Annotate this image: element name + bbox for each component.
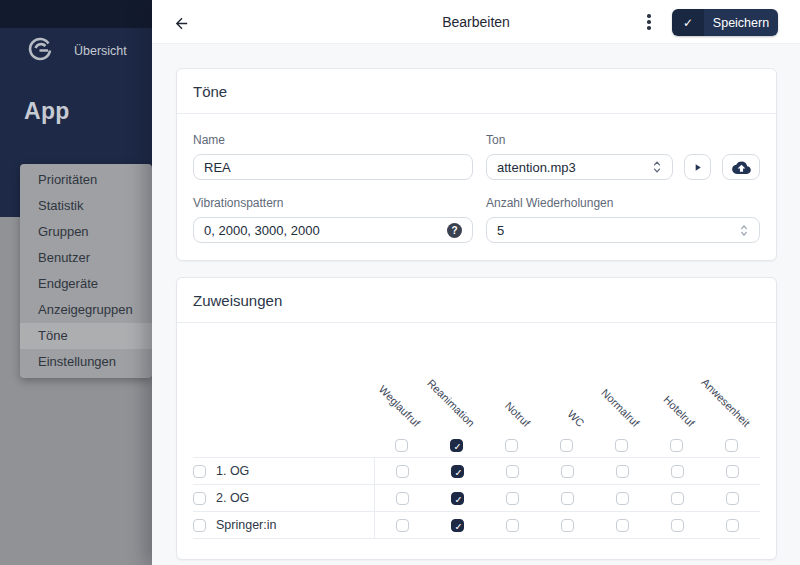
- cell-2-og-wc: [540, 485, 595, 511]
- kebab-dot: [647, 20, 651, 24]
- row-label: Springer:in: [216, 518, 276, 532]
- row-checkbox-springer-in[interactable]: [193, 519, 206, 532]
- checkbox-1-og-wc[interactable]: [561, 465, 574, 478]
- checkbox-2-og-notruf[interactable]: [506, 492, 519, 505]
- cell-springer-in-wc: [540, 512, 595, 538]
- cell-springer-in-anwesenheit: [705, 512, 760, 538]
- unfold-more-icon: [652, 160, 662, 174]
- column-check-cell-normalruf: [594, 433, 649, 457]
- assignments-card-title: Zuweisungen: [177, 278, 776, 323]
- cell-2-og-reanimation: [430, 485, 485, 511]
- checkbox-1-og-reanimation[interactable]: [451, 465, 464, 478]
- cloud-upload-icon: [732, 160, 751, 174]
- column-checkbox-hotelruf[interactable]: [670, 439, 683, 452]
- row-label-cell: 1. OG: [193, 458, 374, 484]
- checkbox-1-og-normalruf[interactable]: [616, 465, 629, 478]
- sidebar-item-töne[interactable]: Töne: [20, 323, 152, 349]
- column-checkbox-wc[interactable]: [560, 439, 573, 452]
- name-field-group: Name REA: [193, 133, 473, 180]
- sidebar-item-anzeigegruppen[interactable]: Anzeigegruppen: [20, 297, 152, 323]
- checkbox-springer-in-hotelruf[interactable]: [671, 519, 684, 532]
- column-check-cell-wc: [539, 433, 594, 457]
- checkbox-springer-in-reanimation[interactable]: [451, 519, 464, 532]
- assignments-card: Zuweisungen WeglaufrufReanimationNotrufW…: [176, 277, 777, 560]
- table-row-1-og: 1. OG: [193, 457, 760, 484]
- repeat-field-group: Anzahl Wiederholungen 5: [486, 196, 760, 243]
- play-button[interactable]: [684, 154, 711, 180]
- checkbox-2-og-normalruf[interactable]: [616, 492, 629, 505]
- checkbox-1-og-anwesenheit[interactable]: [726, 465, 739, 478]
- row-checkbox-2-og[interactable]: [193, 492, 206, 505]
- repeat-number-input[interactable]: 5: [486, 217, 760, 243]
- vibration-field-group: Vibrationspattern 0, 2000, 3000, 2000 ?: [193, 196, 473, 243]
- sidebar-item-gruppen[interactable]: Gruppen: [20, 219, 152, 245]
- column-checkbox-reanimation[interactable]: [450, 439, 463, 452]
- column-header-label: Hotelruf: [661, 393, 697, 429]
- checkbox-2-og-anwesenheit[interactable]: [726, 492, 739, 505]
- checkbox-springer-in-weglaufruf[interactable]: [396, 519, 409, 532]
- number-spinner-icon[interactable]: [739, 224, 749, 237]
- check-icon: ✓: [672, 9, 704, 36]
- checkbox-2-og-weglaufruf[interactable]: [396, 492, 409, 505]
- checkbox-springer-in-wc[interactable]: [561, 519, 574, 532]
- checkbox-springer-in-normalruf[interactable]: [616, 519, 629, 532]
- checkbox-springer-in-notruf[interactable]: [506, 519, 519, 532]
- ton-field-label: Ton: [486, 133, 760, 147]
- kebab-menu-button[interactable]: [640, 11, 658, 33]
- column-checkbox-normalruf[interactable]: [615, 439, 628, 452]
- cell-2-og-hotelruf: [650, 485, 705, 511]
- save-button[interactable]: ✓ Speichern: [672, 9, 778, 36]
- checkbox-1-og-weglaufruf[interactable]: [396, 465, 409, 478]
- checkbox-1-og-hotelruf[interactable]: [671, 465, 684, 478]
- row-checkbox-1-og[interactable]: [193, 465, 206, 478]
- sidebar-item-endgeräte[interactable]: Endgeräte: [20, 271, 152, 297]
- checkbox-2-og-wc[interactable]: [561, 492, 574, 505]
- column-check-cell-hotelruf: [649, 433, 704, 457]
- tone-form: Name REA Ton attention.mp3: [177, 114, 776, 260]
- column-checkbox-notruf[interactable]: [505, 439, 518, 452]
- column-check-cell-anwesenheit: [704, 433, 759, 457]
- column-header-label: Weglaufruf: [376, 383, 422, 429]
- row-label-cell: Springer:in: [193, 512, 374, 538]
- edit-sheet: Bearbeiten ✓ Speichern Töne Name REA: [152, 0, 800, 565]
- cell-springer-in-normalruf: [595, 512, 650, 538]
- column-checkbox-weglaufruf[interactable]: [395, 439, 408, 452]
- upload-button[interactable]: [722, 154, 760, 180]
- table-row-springer-in: Springer:in: [193, 511, 760, 538]
- column-check-cell-reanimation: [429, 433, 484, 457]
- vibration-field-label: Vibrationspattern: [193, 196, 473, 210]
- checkbox-2-og-reanimation[interactable]: [451, 492, 464, 505]
- cell-springer-in-hotelruf: [650, 512, 705, 538]
- column-header-notruf: Notruf: [484, 323, 539, 433]
- content-area: Töne Name REA Ton attention.mp3: [152, 44, 800, 560]
- ton-select-value: attention.mp3: [497, 160, 576, 175]
- matrix-column-headers: WeglaufrufReanimationNotrufWCNormalrufHo…: [374, 323, 760, 433]
- checkbox-2-og-hotelruf[interactable]: [671, 492, 684, 505]
- name-input[interactable]: REA: [193, 154, 473, 180]
- brand-logo-icon: [27, 37, 53, 63]
- topbar: Bearbeiten ✓ Speichern: [152, 0, 800, 44]
- vibration-input[interactable]: 0, 2000, 3000, 2000 ?: [193, 217, 473, 243]
- column-header-anwesenheit: Anwesenheit: [704, 323, 759, 433]
- column-checkbox-anwesenheit[interactable]: [725, 439, 738, 452]
- cell-1-og-weglaufruf: [375, 458, 430, 484]
- column-header-label: Normalruf: [599, 386, 642, 429]
- cell-2-og-weglaufruf: [375, 485, 430, 511]
- sidebar-item-benutzer[interactable]: Benutzer: [20, 245, 152, 271]
- sidebar-overview-link[interactable]: Übersicht: [74, 44, 127, 58]
- column-header-hotelruf: Hotelruf: [649, 323, 704, 433]
- ton-select[interactable]: attention.mp3: [486, 154, 673, 180]
- help-icon[interactable]: ?: [447, 223, 462, 238]
- sidebar-item-statistik[interactable]: Statistik: [20, 193, 152, 219]
- checkbox-springer-in-anwesenheit[interactable]: [726, 519, 739, 532]
- checkbox-1-og-notruf[interactable]: [506, 465, 519, 478]
- cell-springer-in-notruf: [485, 512, 540, 538]
- cell-1-og-reanimation: [430, 458, 485, 484]
- sidebar: Übersicht App PrioritätenStatistikGruppe…: [0, 0, 152, 565]
- sidebar-item-einstellungen[interactable]: Einstellungen: [20, 349, 152, 375]
- cell-1-og-normalruf: [595, 458, 650, 484]
- repeat-input-value: 5: [497, 223, 504, 238]
- table-row-2-og: 2. OG: [193, 484, 760, 511]
- row-label: 2. OG: [216, 491, 249, 505]
- sidebar-item-prioritäten[interactable]: Prioritäten: [20, 167, 152, 193]
